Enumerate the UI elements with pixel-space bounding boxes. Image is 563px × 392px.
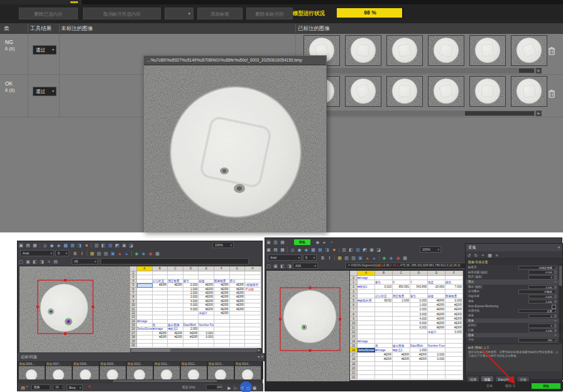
film-frame-thumbnail[interactable]: 图像0010...: [127, 362, 153, 379]
sheet-cell[interactable]: [375, 276, 393, 280]
sheet-cell[interactable]: 3.000: [410, 312, 428, 317]
annotation-action-button[interactable]: 删除已选内容: [19, 8, 78, 19]
toolbar-icon[interactable]: ◨: [324, 247, 330, 253]
labeled-image-thumbnail[interactable]: [470, 36, 505, 65]
sheet-cell[interactable]: 测定数量: [393, 294, 410, 298]
sheet-cell[interactable]: [393, 312, 410, 317]
property-spinner[interactable]: 1.000▴▾: [528, 285, 557, 290]
sheet-cell[interactable]: Y: [410, 280, 428, 285]
sheet-cell[interactable]: [393, 321, 410, 325]
sheet-cell[interactable]: [393, 375, 410, 379]
zoom-select[interactable]: 100%▾: [420, 246, 441, 253]
property-spinner[interactable]: 0▴▾: [528, 275, 557, 280]
trash-icon[interactable]: [548, 89, 555, 98]
sheet-cell[interactable]: [375, 312, 393, 317]
sheet-cell[interactable]: 6.000: [410, 325, 428, 330]
sheet-cell[interactable]: 2.000: [393, 298, 410, 303]
format-select[interactable]: Bmp▾: [67, 384, 83, 391]
font-select[interactable]: Arial▾: [268, 254, 302, 261]
sheet-cell[interactable]: #ERR: [428, 303, 445, 307]
sheet-cell[interactable]: #ERR: [445, 317, 463, 321]
sheet-cell[interactable]: [375, 307, 393, 312]
trash-icon[interactable]: [548, 46, 555, 55]
sheet-cell[interactable]: [375, 303, 393, 307]
row-header[interactable]: 17: [350, 352, 358, 357]
sheet-cell[interactable]: [393, 307, 410, 312]
folder-icon[interactable]: ▤: [20, 385, 26, 391]
sheet-cell[interactable]: [428, 290, 445, 294]
zoom-select[interactable]: 100%▾: [212, 242, 234, 248]
sheet-cell[interactable]: [358, 352, 375, 357]
sheet-cell[interactable]: #ERR: [393, 357, 410, 361]
label-dropdown[interactable]: ▾: [165, 8, 194, 19]
toolbar-icon[interactable]: ▸: [322, 239, 327, 245]
toolbar-icon[interactable]: ◈: [303, 247, 309, 253]
sheet-cell[interactable]: [358, 290, 375, 294]
sheet-cell[interactable]: [428, 339, 445, 344]
sheet-cell[interactable]: [358, 312, 375, 317]
font-select[interactable]: Arial▾: [20, 250, 54, 256]
column-header[interactable]: D: [410, 271, 428, 276]
labeled-image-thumbnail[interactable]: [387, 77, 422, 106]
sheet-cell[interactable]: 0.000: [445, 330, 463, 334]
toolbar-icon[interactable]: ▲: [124, 251, 129, 256]
toolbar-icon[interactable]: ▣: [266, 247, 271, 253]
toolbar-icon[interactable]: ▢: [266, 263, 271, 269]
sheet-cell[interactable]: ⊞缺陷检测: [358, 298, 375, 303]
column-header[interactable]: F: [214, 266, 230, 271]
column-header[interactable]: D: [183, 266, 199, 271]
row-header[interactable]: 0: [350, 276, 358, 280]
row-header[interactable]: 13: [350, 334, 358, 339]
labeled-image-thumbnail[interactable]: [511, 77, 547, 106]
sheet-cell[interactable]: [214, 344, 230, 347]
property-spinner[interactable]: 0.000▴▾: [528, 295, 557, 299]
sheet-cell[interactable]: 543.856: [410, 285, 428, 289]
sheet-cell[interactable]: #ERR: [445, 307, 463, 312]
sheet-cell[interactable]: 80/92: [375, 298, 393, 303]
column-header[interactable]: F: [445, 271, 463, 276]
sheet-cell[interactable]: [358, 371, 375, 375]
sheet-cell[interactable]: 850.581: [393, 285, 410, 289]
toolbar-icon[interactable]: ▩: [63, 242, 68, 248]
toolbar-icon[interactable]: ▣: [18, 242, 24, 248]
labeled-image-thumbnail[interactable]: [346, 77, 381, 106]
sheet-cell[interactable]: [375, 290, 393, 294]
sheet-cell[interactable]: [393, 303, 410, 307]
sheet-cell[interactable]: [375, 371, 393, 375]
sheet-cell[interactable]: [358, 366, 375, 371]
toolbar-icon[interactable]: ▦: [70, 242, 75, 248]
toolbar-icon[interactable]: ■: [84, 242, 89, 248]
film-strip[interactable]: 图像0006...图像0007...图像0008...图像0009...图像00…: [18, 361, 263, 379]
sheet-cell[interactable]: #ERR: [393, 352, 410, 357]
record-icon[interactable]: ●: [88, 384, 90, 388]
sheet-cell[interactable]: 索引: [375, 280, 393, 285]
sheet-cell[interactable]: 颜色: [445, 280, 463, 285]
sheet-cell[interactable]: [393, 317, 410, 321]
right-inspection-image[interactable]: [266, 271, 349, 383]
sheet-cell[interactable]: [428, 362, 445, 366]
toolbar-icon[interactable]: ▩: [402, 255, 408, 261]
toolbar-icon[interactable]: ◉: [49, 242, 55, 248]
sheet-cell[interactable]: [428, 375, 445, 379]
left-spreadsheet[interactable]: ABCDEFGH234运行状况测定数量索引标签图像数量得分5#ERR#ERR0.…: [130, 266, 261, 348]
sheet-cell[interactable]: 0.000: [428, 352, 445, 357]
annotation-action-button[interactable]: 删除未标注的: [246, 8, 293, 19]
film-frame-thumbnail[interactable]: 图像0012...: [181, 362, 207, 379]
cell-reference-box[interactable]: A5▾: [72, 258, 98, 264]
sheet-cell[interactable]: [358, 307, 375, 312]
sheet-cell[interactable]: [375, 339, 393, 344]
property-dropdown[interactable]: 正常▾: [518, 309, 557, 313]
sheet-cell[interactable]: [393, 371, 410, 375]
sheet-cell[interactable]: [358, 330, 375, 334]
labeled-row1-scrollbar[interactable]: ▶: [298, 68, 542, 74]
sheet-cell[interactable]: [375, 375, 393, 379]
column-header[interactable]: C: [168, 266, 183, 271]
sheet-cell[interactable]: [428, 366, 445, 371]
chevron-down-icon[interactable]: ▾: [26, 385, 28, 388]
sheet-cell[interactable]: [445, 276, 463, 280]
toolbar-icon[interactable]: ◉: [148, 251, 153, 256]
row-header[interactable]: 18: [350, 357, 358, 361]
column-header[interactable]: B: [153, 266, 168, 271]
sheet-cell[interactable]: [410, 371, 428, 375]
sheet-cell[interactable]: [445, 352, 463, 357]
